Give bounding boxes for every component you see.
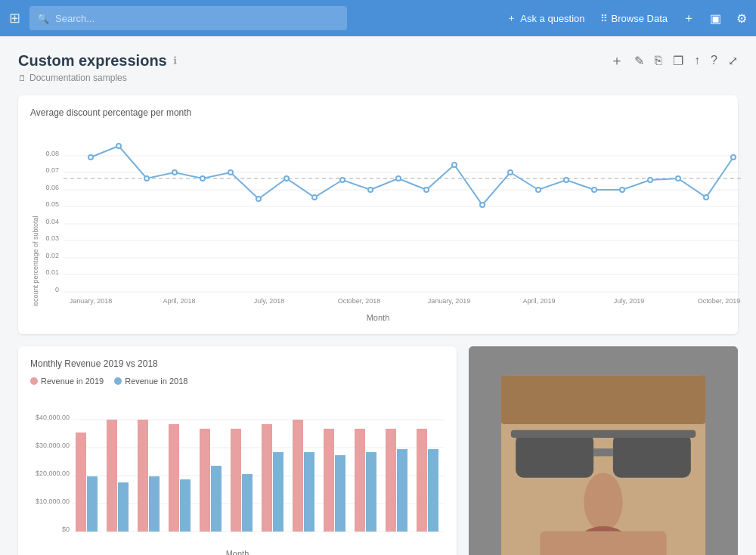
svg-point-38 — [368, 188, 373, 192]
svg-rect-74 — [262, 424, 272, 532]
line-chart-title: Average discount percentage per month — [30, 107, 726, 118]
edit-action-btn[interactable]: ✎ — [634, 54, 644, 68]
breadcrumb: 🗒 Documentation samples — [18, 73, 738, 83]
charts-row-2: Monthly Revenue 2019 vs 2018 Revenue in … — [18, 346, 738, 555]
svg-rect-75 — [273, 452, 284, 532]
svg-rect-96 — [540, 532, 666, 555]
navbar: ⊞ 🔍 Search... ＋ Ask a question ⠿ Browse … — [0, 0, 756, 36]
svg-point-46 — [592, 188, 596, 192]
svg-text:0.01: 0.01 — [45, 268, 59, 276]
svg-rect-69 — [180, 479, 191, 532]
svg-rect-89 — [516, 434, 593, 478]
copy-action-btn[interactable]: ❐ — [673, 54, 683, 68]
settings-icon-btn[interactable]: ⚙ — [736, 11, 747, 26]
svg-rect-63 — [87, 476, 98, 532]
svg-point-43 — [508, 170, 513, 175]
svg-rect-82 — [386, 429, 396, 532]
svg-text:$30,000.00: $30,000.00 — [36, 442, 70, 449]
layout-icon-btn[interactable]: ▣ — [710, 11, 721, 26]
svg-text:January, 2018: January, 2018 — [70, 297, 112, 305]
svg-rect-65 — [118, 482, 129, 532]
svg-text:April, 2018: April, 2018 — [163, 297, 195, 305]
svg-point-30 — [144, 176, 149, 181]
line-chart-x-label: Month — [30, 313, 726, 322]
line-chart-svg: Average discount percentage of subtotal … — [30, 126, 741, 307]
svg-rect-91 — [593, 448, 613, 456]
svg-text:$40,000.00: $40,000.00 — [36, 414, 70, 421]
svg-point-31 — [172, 170, 177, 175]
line-chart-container: Average discount percentage of subtotal … — [30, 126, 726, 322]
svg-text:$0: $0 — [62, 526, 70, 533]
svg-text:0: 0 — [55, 286, 59, 293]
main-content: Custom expressions ℹ ＋ ✎ ⎘ ❐ ↑ ? ⤢ 🗒 Doc… — [0, 36, 756, 555]
share-action-btn[interactable]: ↑ — [694, 54, 700, 67]
ask-question-btn[interactable]: ＋ Ask a question — [507, 11, 584, 25]
page-title: Custom expressions — [18, 52, 167, 70]
svg-rect-85 — [428, 449, 438, 532]
expand-action-btn[interactable]: ⤢ — [728, 54, 738, 68]
bar-chart-card: Monthly Revenue 2019 vs 2018 Revenue in … — [18, 346, 457, 555]
breadcrumb-icon: 🗒 — [18, 73, 26, 82]
svg-rect-66 — [138, 420, 148, 532]
svg-point-33 — [228, 170, 233, 175]
svg-rect-90 — [613, 434, 691, 478]
info-icon[interactable]: ℹ — [173, 54, 177, 67]
svg-rect-68 — [169, 424, 179, 532]
svg-text:October, 2019: October, 2019 — [698, 297, 741, 305]
svg-point-39 — [396, 176, 401, 181]
svg-point-34 — [256, 197, 261, 201]
bar-chart-x-label: Month — [30, 549, 445, 555]
duplicate-action-btn[interactable]: ⎘ — [655, 54, 662, 67]
svg-rect-92 — [511, 430, 696, 438]
svg-rect-77 — [304, 452, 314, 532]
svg-text:0.06: 0.06 — [45, 184, 59, 191]
svg-text:April, 2019: April, 2019 — [522, 297, 555, 305]
page-header: Custom expressions ℹ ＋ ✎ ⎘ ❐ ↑ ? ⤢ — [18, 51, 738, 70]
add-icon-btn[interactable]: ＋ — [683, 11, 695, 26]
search-bar[interactable]: 🔍 Search... — [29, 6, 347, 30]
svg-rect-76 — [293, 420, 303, 532]
svg-point-42 — [480, 203, 485, 207]
svg-point-44 — [536, 188, 541, 192]
svg-rect-80 — [355, 429, 365, 532]
svg-point-93 — [584, 473, 622, 531]
browse-data-btn[interactable]: ⠿ Browse Data — [600, 13, 668, 24]
page-title-row: Custom expressions ℹ — [18, 52, 177, 70]
svg-point-49 — [676, 176, 680, 181]
svg-point-29 — [116, 144, 121, 148]
svg-text:0.08: 0.08 — [45, 150, 59, 157]
svg-rect-88 — [501, 376, 705, 424]
svg-text:July, 2018: July, 2018 — [254, 297, 284, 305]
svg-rect-72 — [231, 429, 241, 532]
svg-text:July, 2019: July, 2019 — [614, 297, 644, 305]
bar-chart-legend: Revenue in 2019 Revenue in 2018 — [30, 377, 445, 386]
search-placeholder: Search... — [55, 13, 94, 24]
svg-point-48 — [648, 178, 652, 182]
plus-icon: ＋ — [507, 11, 516, 25]
svg-text:Average discount percentage of: Average discount percentage of subtotal — [32, 216, 39, 307]
svg-rect-79 — [335, 455, 345, 532]
svg-point-40 — [424, 188, 429, 192]
add-action-btn[interactable]: ＋ — [610, 51, 624, 70]
search-icon: 🔍 — [37, 13, 49, 24]
legend-dot-2018 — [114, 377, 122, 385]
grid-icon[interactable]: ⊞ — [9, 10, 20, 26]
help-action-btn[interactable]: ? — [711, 54, 717, 67]
bar-chart-title: Monthly Revenue 2019 vs 2018 — [30, 358, 445, 369]
svg-text:0.02: 0.02 — [45, 252, 59, 259]
svg-rect-64 — [107, 420, 117, 532]
svg-text:$20,000.00: $20,000.00 — [36, 470, 70, 477]
svg-point-45 — [564, 178, 569, 182]
navbar-right: ＋ Ask a question ⠿ Browse Data ＋ ▣ ⚙ — [507, 11, 747, 26]
svg-rect-71 — [211, 466, 222, 532]
svg-text:0.05: 0.05 — [45, 200, 59, 208]
svg-text:0.03: 0.03 — [45, 234, 59, 242]
svg-point-28 — [88, 155, 93, 160]
legend-dot-2019 — [30, 377, 38, 385]
svg-point-35 — [284, 176, 289, 181]
legend-item-2019: Revenue in 2019 — [30, 377, 104, 386]
svg-rect-62 — [76, 433, 86, 532]
image-svg: 4GIFs.com — [469, 346, 738, 555]
svg-text:January, 2019: January, 2019 — [428, 297, 470, 305]
page-actions: ＋ ✎ ⎘ ❐ ↑ ? ⤢ — [610, 51, 738, 70]
